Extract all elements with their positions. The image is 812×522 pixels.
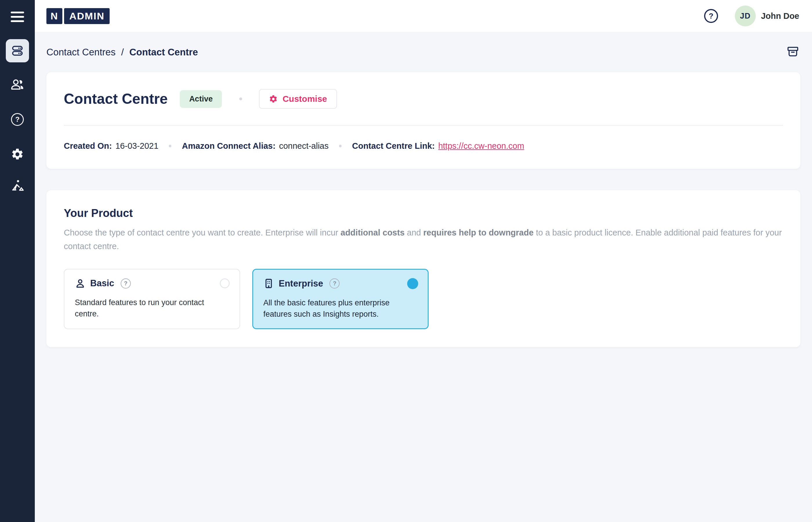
under-construction-icon (10, 179, 25, 194)
product-description: Standard features to run your contact ce… (75, 297, 230, 320)
contact-centres-icon (9, 43, 25, 59)
archive-icon (786, 45, 800, 59)
product-description: All the basic features plus enterprise f… (263, 297, 418, 320)
app-logo[interactable]: N ADMIN (46, 8, 109, 24)
customise-gear-icon (269, 95, 278, 103)
app-root: ? N ADMIN ? JD John Doe Contact Centres … (0, 0, 812, 522)
status-badge: Active (180, 90, 222, 108)
breadcrumb-current: Contact Centre (129, 47, 198, 57)
user-name: John Doe (761, 11, 799, 21)
radio-basic-unselected[interactable] (220, 278, 230, 288)
sidebar-item-settings[interactable] (0, 143, 35, 166)
link-label: Contact Centre Link: (352, 141, 435, 151)
alias-label: Amazon Connect Alias: (182, 141, 276, 151)
menu-toggle-button[interactable] (0, 5, 35, 28)
section-title: Your Product (64, 207, 783, 220)
top-header: N ADMIN ? JD John Doe (35, 0, 812, 32)
created-on-value: 16-03-2021 (116, 141, 158, 151)
separator-dot (239, 97, 242, 100)
avatar: JD (735, 5, 756, 26)
section-description: Choose the type of contact centre you wa… (64, 226, 783, 253)
users-icon (10, 77, 25, 93)
active-item-highlight (6, 39, 29, 62)
person-icon (75, 278, 85, 289)
product-name: Enterprise (279, 278, 323, 289)
description-bold-costs: additional costs (341, 228, 405, 237)
description-text: and (405, 228, 423, 237)
radio-enterprise-selected[interactable] (407, 278, 418, 289)
logo-admin-box: ADMIN (64, 8, 109, 24)
sidebar-item-under-construction[interactable] (0, 175, 35, 198)
enterprise-help-icon[interactable]: ? (329, 278, 340, 288)
sidebar-item-contact-centres[interactable] (0, 39, 35, 62)
logo-n-box: N (46, 8, 62, 24)
question-mark-icon: ? (709, 12, 713, 21)
sidebar-item-users[interactable] (0, 73, 35, 97)
page-title: Contact Centre (64, 91, 168, 107)
help-icon: ? (11, 113, 24, 126)
breadcrumb-separator: / (118, 47, 127, 57)
product-card-enterprise[interactable]: Enterprise ? All the basic features plus… (252, 269, 429, 329)
customise-label: Customise (282, 94, 327, 104)
sidebar: ? (0, 0, 35, 522)
archive-button[interactable] (785, 45, 800, 60)
breadcrumb-parent-link[interactable]: Contact Centres (46, 47, 116, 57)
product-choices: Basic ? Standard features to run your co… (64, 269, 783, 329)
building-icon (263, 278, 274, 289)
main-content: Contact Centres / Contact Centre Contact… (35, 32, 812, 347)
header-help-button[interactable]: ? (704, 9, 718, 23)
separator-dot (339, 145, 342, 147)
customise-button[interactable]: Customise (259, 89, 337, 109)
created-on-label: Created On: (64, 141, 112, 151)
breadcrumb: Contact Centres / Contact Centre (46, 45, 800, 59)
separator-dot (169, 145, 171, 147)
your-product-card: Your Product Choose the type of contact … (46, 190, 800, 347)
card-divider (64, 125, 783, 125)
contact-centre-card: Contact Centre Active Customise Created … (46, 72, 800, 169)
details-row: Created On: 16-03-2021 Amazon Connect Al… (64, 141, 783, 151)
user-menu[interactable]: JD John Doe (735, 5, 799, 26)
hamburger-icon (11, 12, 24, 22)
alias-value: connect-alias (279, 141, 329, 151)
description-text: Choose the type of contact centre you wa… (64, 228, 341, 237)
product-name: Basic (90, 278, 114, 288)
sidebar-item-help[interactable]: ? (0, 108, 35, 131)
description-bold-downgrade: requires help to downgrade (423, 228, 534, 237)
product-card-basic[interactable]: Basic ? Standard features to run your co… (64, 269, 240, 329)
basic-help-icon[interactable]: ? (121, 278, 131, 288)
contact-centre-link[interactable]: https://cc.cw-neon.com (438, 141, 524, 151)
settings-gear-icon (11, 147, 24, 161)
